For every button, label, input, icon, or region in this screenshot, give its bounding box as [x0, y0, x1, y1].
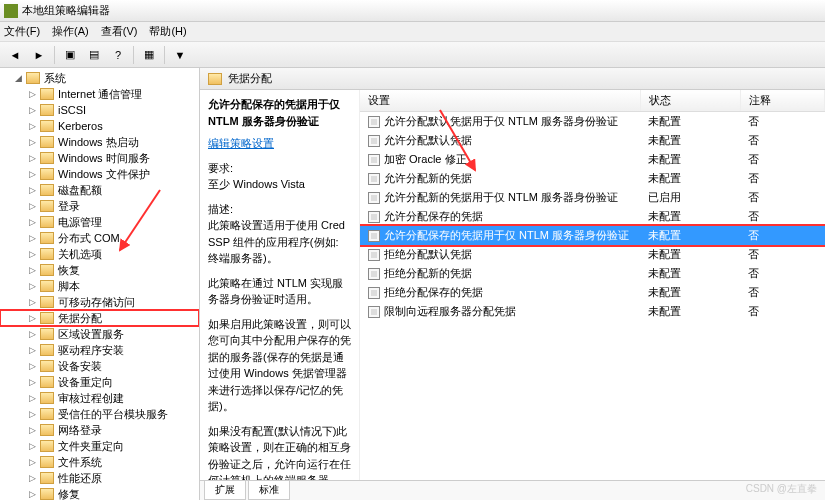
tree-item[interactable]: ▷磁盘配额: [0, 182, 199, 198]
tree-item[interactable]: ▷文件夹重定向: [0, 438, 199, 454]
tree-item[interactable]: ▷区域设置服务: [0, 326, 199, 342]
folder-icon: [40, 328, 54, 340]
refresh-button[interactable]: ▦: [138, 45, 160, 65]
expand-icon[interactable]: ▷: [29, 122, 38, 131]
tree-item[interactable]: ▷Windows 文件保护: [0, 166, 199, 182]
folder-icon: [40, 104, 54, 116]
table-row[interactable]: 允许分配默认凭据用于仅 NTLM 服务器身份验证未配置否: [360, 112, 825, 132]
settings-list[interactable]: 设置 状态 注释 允许分配默认凭据用于仅 NTLM 服务器身份验证未配置否允许分…: [360, 90, 825, 480]
tree-item[interactable]: ▷网络登录: [0, 422, 199, 438]
tree-item[interactable]: ▷性能还原: [0, 470, 199, 486]
tree-item[interactable]: ▷可移动存储访问: [0, 294, 199, 310]
expand-icon[interactable]: ▷: [29, 298, 38, 307]
expand-icon[interactable]: ▷: [29, 154, 38, 163]
expand-icon[interactable]: ▷: [29, 250, 38, 259]
requirements-value: 至少 Windows Vista: [208, 176, 351, 193]
menu-view[interactable]: 查看(V): [101, 24, 138, 39]
expand-icon[interactable]: ▷: [29, 410, 38, 419]
expand-icon[interactable]: ▷: [29, 186, 38, 195]
col-comment[interactable]: 注释: [740, 90, 825, 112]
setting-comment: 否: [740, 188, 825, 207]
filter-button[interactable]: ▼: [169, 45, 191, 65]
menu-action[interactable]: 操作(A): [52, 24, 89, 39]
table-row[interactable]: 允许分配新的凭据用于仅 NTLM 服务器身份验证已启用否: [360, 188, 825, 207]
tree-item[interactable]: ▷登录: [0, 198, 199, 214]
tree-item[interactable]: ▷受信任的平台模块服务: [0, 406, 199, 422]
requirements-label: 要求:: [208, 160, 351, 177]
col-setting[interactable]: 设置: [360, 90, 640, 112]
expand-icon[interactable]: ▷: [29, 170, 38, 179]
setting-name: 允许分配默认凭据用于仅 NTLM 服务器身份验证: [384, 115, 618, 127]
collapse-icon[interactable]: ◢: [15, 74, 24, 83]
tree-item[interactable]: ▷设备重定向: [0, 374, 199, 390]
tree-item[interactable]: ▷iSCSI: [0, 102, 199, 118]
tree-item[interactable]: ▷Kerberos: [0, 118, 199, 134]
policy-icon: [368, 230, 380, 242]
tree-item[interactable]: ▷关机选项: [0, 246, 199, 262]
tree-item[interactable]: ▷审核过程创建: [0, 390, 199, 406]
tree-item[interactable]: ▷恢复: [0, 262, 199, 278]
tree-item[interactable]: ▷驱动程序安装: [0, 342, 199, 358]
table-row[interactable]: 允许分配保存的凭据用于仅 NTLM 服务器身份验证未配置否: [360, 226, 825, 245]
expand-icon[interactable]: ▷: [29, 474, 38, 483]
expand-icon[interactable]: ▷: [29, 314, 38, 323]
table-row[interactable]: 允许分配保存的凭据未配置否: [360, 207, 825, 226]
forward-button[interactable]: ►: [28, 45, 50, 65]
navigation-tree[interactable]: ◢系统▷Internet 通信管理▷iSCSI▷Kerberos▷Windows…: [0, 68, 200, 500]
expand-icon[interactable]: ▷: [29, 330, 38, 339]
expand-icon[interactable]: ▷: [29, 234, 38, 243]
expand-icon[interactable]: ▷: [29, 394, 38, 403]
tree-item-label: 恢复: [58, 263, 80, 278]
expand-icon[interactable]: ▷: [29, 490, 38, 499]
table-row[interactable]: 拒绝分配新的凭据未配置否: [360, 264, 825, 283]
table-row[interactable]: 加密 Oracle 修正未配置否: [360, 150, 825, 169]
expand-icon[interactable]: ▷: [29, 106, 38, 115]
expand-icon[interactable]: ▷: [29, 138, 38, 147]
expand-icon[interactable]: ▷: [29, 266, 38, 275]
folder-icon: [40, 200, 54, 212]
edit-policy-link[interactable]: 编辑策略设置: [208, 137, 274, 149]
up-button[interactable]: ▣: [59, 45, 81, 65]
tree-item-label: 磁盘配额: [58, 183, 102, 198]
tree-root[interactable]: ◢系统: [0, 70, 199, 86]
back-button[interactable]: ◄: [4, 45, 26, 65]
tree-item[interactable]: ▷文件系统: [0, 454, 199, 470]
tree-item-label: 文件系统: [58, 455, 102, 470]
tree-item[interactable]: ▷Windows 时间服务: [0, 150, 199, 166]
expand-icon[interactable]: ▷: [29, 202, 38, 211]
expand-icon[interactable]: ▷: [29, 378, 38, 387]
expand-icon[interactable]: ▷: [29, 362, 38, 371]
expand-icon[interactable]: ▷: [29, 282, 38, 291]
tree-item[interactable]: ▷设备安装: [0, 358, 199, 374]
table-row[interactable]: 拒绝分配默认凭据未配置否: [360, 245, 825, 264]
tree-item-label: 分布式 COM: [58, 231, 120, 246]
menu-file[interactable]: 文件(F): [4, 24, 40, 39]
tree-item[interactable]: ▷电源管理: [0, 214, 199, 230]
folder-icon: [40, 312, 54, 324]
expand-icon[interactable]: ▷: [29, 426, 38, 435]
tree-item[interactable]: ▷Internet 通信管理: [0, 86, 199, 102]
table-row[interactable]: 允许分配默认凭据未配置否: [360, 131, 825, 150]
expand-icon[interactable]: ▷: [29, 218, 38, 227]
tree-item[interactable]: ▷修复: [0, 486, 199, 500]
table-row[interactable]: 限制向远程服务器分配凭据未配置否: [360, 302, 825, 321]
table-row[interactable]: 允许分配新的凭据未配置否: [360, 169, 825, 188]
setting-title: 允许分配保存的凭据用于仅 NTLM 服务器身份验证: [208, 96, 351, 129]
tree-item[interactable]: ▷脚本: [0, 278, 199, 294]
tab-extended[interactable]: 扩展: [204, 481, 246, 500]
policy-icon: [368, 116, 380, 128]
tab-standard[interactable]: 标准: [248, 481, 290, 500]
expand-icon[interactable]: ▷: [29, 90, 38, 99]
menu-help[interactable]: 帮助(H): [149, 24, 186, 39]
tree-item[interactable]: ▷凭据分配: [0, 310, 199, 326]
expand-icon[interactable]: ▷: [29, 346, 38, 355]
show-hide-tree-button[interactable]: ▤: [83, 45, 105, 65]
description-text-3: 如果启用此策略设置，则可以您可向其中分配用户保存的凭据的服务器(保存的凭据是通过…: [208, 316, 351, 415]
col-state[interactable]: 状态: [640, 90, 740, 112]
export-button[interactable]: ?: [107, 45, 129, 65]
expand-icon[interactable]: ▷: [29, 458, 38, 467]
tree-item[interactable]: ▷Windows 热启动: [0, 134, 199, 150]
expand-icon[interactable]: ▷: [29, 442, 38, 451]
table-row[interactable]: 拒绝分配保存的凭据未配置否: [360, 283, 825, 302]
tree-item[interactable]: ▷分布式 COM: [0, 230, 199, 246]
